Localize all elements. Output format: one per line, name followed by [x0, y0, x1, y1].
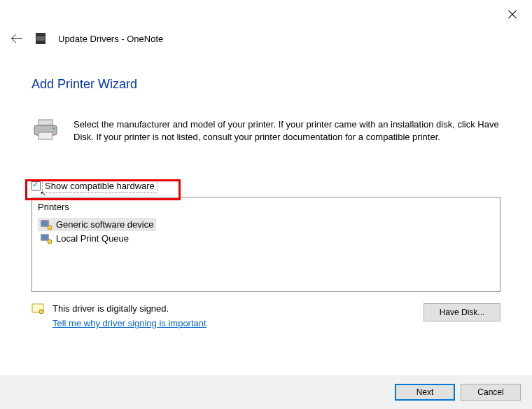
back-arrow-icon[interactable]: 🡠	[10, 32, 23, 45]
svg-rect-5	[42, 221, 48, 226]
description-text: Select the manufacturer and model of you…	[74, 118, 500, 144]
cancel-button[interactable]: Cancel	[461, 384, 521, 401]
signing-section: This driver is digitally signed. Tell me…	[31, 303, 500, 328]
svg-rect-2	[38, 132, 52, 139]
compatible-hardware-label[interactable]: Show compatible hardware	[42, 179, 158, 193]
list-item[interactable]: Generic software device	[38, 218, 156, 231]
have-disk-button[interactable]: Have Disk...	[424, 303, 500, 321]
list-item-label: Generic software device	[56, 219, 153, 230]
wizard-heading: Add Printer Wizard	[31, 77, 500, 92]
signing-info-link[interactable]: Tell me why driver signing is important	[52, 318, 206, 328]
svg-rect-0	[38, 120, 52, 125]
svg-point-11	[39, 310, 43, 314]
svg-point-6	[48, 226, 52, 230]
footer: Next Cancel	[0, 375, 532, 409]
printer-icon	[31, 118, 59, 144]
printer-small-icon	[36, 33, 46, 44]
device-icon	[41, 234, 52, 244]
next-button[interactable]: Next	[395, 384, 455, 401]
window-title: Update Drivers - OneNote	[58, 34, 163, 44]
compatible-hardware-row: Show compatible hardware ↖	[31, 179, 500, 193]
cursor-icon: ↖	[39, 188, 46, 197]
printers-column-header: Printers	[38, 202, 494, 212]
certificate-icon	[31, 303, 44, 314]
list-item[interactable]: Local Print Queue	[38, 232, 132, 245]
svg-point-9	[48, 240, 52, 244]
signing-status-label: This driver is digitally signed.	[52, 303, 415, 314]
svg-rect-8	[42, 235, 48, 240]
svg-point-3	[53, 127, 55, 130]
list-item-label: Local Print Queue	[56, 233, 129, 244]
printers-listbox[interactable]: Printers Generic software device Local P…	[31, 197, 500, 292]
header-row: 🡠 Update Drivers - OneNote	[10, 32, 163, 45]
description-row: Select the manufacturer and model of you…	[31, 118, 500, 144]
close-button[interactable]	[507, 8, 518, 20]
device-icon	[41, 220, 52, 230]
